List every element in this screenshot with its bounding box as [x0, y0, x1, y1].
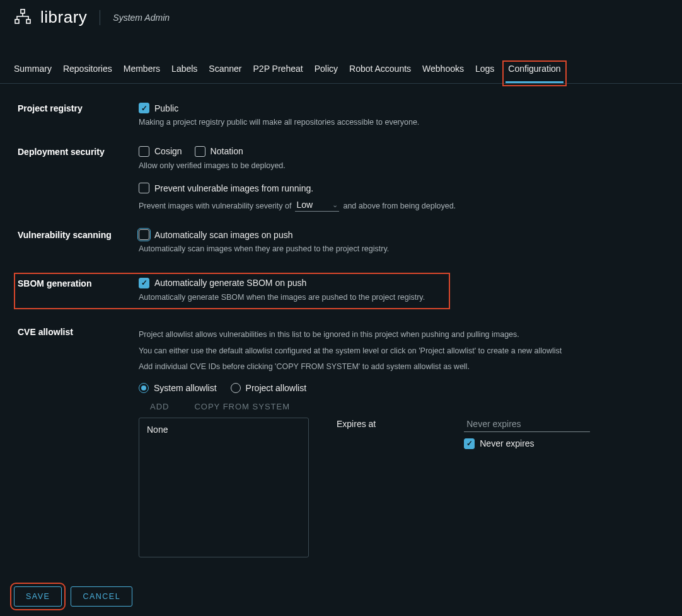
public-helper: Making a project registry public will ma… — [139, 117, 664, 128]
public-checkbox[interactable] — [139, 103, 149, 113]
config-content: Project registry Public Making a project… — [0, 84, 682, 586]
footer-actions: SAVE CANCEL — [0, 586, 682, 617]
copy-from-system-button[interactable]: COPY FROM SYSTEM — [194, 402, 290, 411]
tab-webhooks[interactable]: Webhooks — [422, 64, 464, 83]
never-expires-label: Never expires — [480, 438, 534, 448]
tab-configuration[interactable]: Configuration — [506, 64, 563, 83]
page-header: library System Admin — [0, 0, 682, 38]
severity-prefix: Prevent images with vulnerability severi… — [139, 202, 291, 210]
prevent-vuln-label: Prevent vulnerable images from running. — [154, 183, 313, 193]
project-allowlist-radio[interactable] — [231, 383, 241, 393]
role-label: System Admin — [113, 13, 170, 23]
deployment-helper: Allow only verified images to be deploye… — [139, 161, 664, 172]
cve-listbox: None — [139, 418, 309, 557]
prevent-vuln-checkbox[interactable] — [139, 183, 149, 193]
auto-scan-label: Automatically scan images on push — [154, 230, 292, 240]
notation-checkbox[interactable] — [195, 146, 205, 157]
cve-list-empty: None — [147, 425, 168, 435]
deployment-security-label: Deployment security — [18, 146, 139, 157]
system-allowlist-label: System allowlist — [154, 383, 217, 393]
tab-repositories[interactable]: Repositories — [63, 64, 112, 83]
add-cve-button[interactable]: ADD — [150, 402, 169, 411]
auto-sbom-label: Automatically generate SBOM on push — [154, 278, 306, 288]
sbom-label: SBOM generation — [18, 278, 139, 288]
project-registry-label: Project registry — [18, 103, 139, 113]
tab-summary[interactable]: Summary — [14, 64, 52, 83]
auto-sbom-helper: Automatically generate SBOM when the ima… — [139, 292, 446, 304]
save-button[interactable]: SAVE — [14, 586, 62, 607]
cve-desc-3: Add individual CVE IDs before clicking '… — [139, 362, 664, 373]
chevron-down-icon: ⌄ — [332, 201, 338, 209]
separator — [100, 10, 100, 25]
svg-rect-1 — [15, 20, 19, 23]
cve-desc-1: Project allowlist allows vulnerabilities… — [139, 329, 664, 341]
tab-labels[interactable]: Labels — [171, 64, 197, 83]
project-title: library — [40, 8, 87, 27]
tabs-nav: Summary Repositories Members Labels Scan… — [0, 38, 682, 84]
expires-at-input[interactable] — [464, 418, 590, 432]
tab-members[interactable]: Members — [124, 64, 160, 83]
tab-logs[interactable]: Logs — [475, 64, 494, 83]
severity-suffix: and above from being deployed. — [343, 202, 456, 210]
tab-scanner[interactable]: Scanner — [209, 64, 241, 83]
severity-value: Low — [296, 200, 313, 210]
public-checkbox-label: Public — [154, 103, 178, 113]
project-allowlist-label: Project allowlist — [246, 383, 306, 393]
cosign-checkbox[interactable] — [139, 146, 149, 157]
tab-policy[interactable]: Policy — [315, 64, 338, 83]
tab-p2p-preheat[interactable]: P2P Preheat — [253, 64, 303, 83]
project-icon — [14, 9, 32, 26]
expires-at-label: Expires at — [337, 418, 376, 429]
svg-rect-0 — [21, 9, 25, 13]
cosign-checkbox-label: Cosign — [154, 146, 182, 156]
cve-desc-2: You can either use the default allowlist… — [139, 346, 664, 357]
cancel-button[interactable]: CANCEL — [71, 586, 132, 607]
never-expires-checkbox[interactable] — [464, 438, 475, 449]
system-allowlist-radio[interactable] — [139, 383, 149, 393]
auto-scan-helper: Automatically scan images when they are … — [139, 244, 664, 255]
svg-rect-2 — [26, 20, 30, 23]
notation-checkbox-label: Notation — [211, 146, 243, 156]
cve-allowlist-label: CVE allowlist — [18, 327, 139, 337]
tab-robot-accounts[interactable]: Robot Accounts — [349, 64, 411, 83]
auto-sbom-checkbox[interactable] — [139, 278, 149, 288]
severity-select[interactable]: Low ⌄ — [295, 200, 339, 212]
auto-scan-checkbox[interactable] — [139, 229, 149, 240]
vuln-scan-label: Vulnerability scanning — [18, 229, 139, 240]
sbom-section: SBOM generation Automatically generate S… — [14, 273, 450, 310]
